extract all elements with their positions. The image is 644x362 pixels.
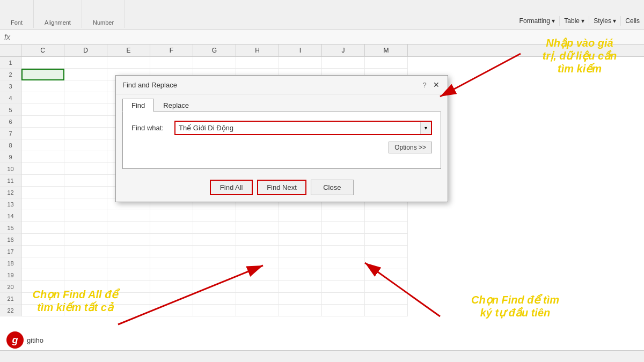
grid-cell[interactable] — [150, 246, 193, 257]
grid-cell[interactable] — [21, 128, 64, 139]
tab-find[interactable]: Find — [122, 99, 154, 112]
grid-cell[interactable] — [236, 222, 279, 234]
grid-cell[interactable] — [279, 257, 322, 269]
grid-cell[interactable] — [64, 293, 107, 305]
grid-cell[interactable] — [279, 234, 322, 246]
grid-cell[interactable] — [322, 57, 365, 69]
grid-cell[interactable] — [64, 139, 107, 151]
grid-cell[interactable] — [21, 269, 64, 281]
grid-cell[interactable] — [236, 210, 279, 222]
grid-cell[interactable] — [64, 187, 107, 198]
grid-cell[interactable] — [21, 104, 64, 116]
grid-cell[interactable] — [365, 57, 408, 69]
grid-cell[interactable] — [21, 187, 64, 198]
dialog-help-button[interactable]: ? — [420, 80, 429, 90]
grid-cell[interactable] — [21, 92, 64, 104]
grid-cell[interactable] — [64, 257, 107, 269]
grid-cell[interactable] — [279, 281, 322, 293]
grid-cell[interactable] — [21, 305, 64, 316]
grid-cell[interactable] — [322, 246, 365, 257]
grid-corner — [0, 45, 21, 56]
row-number: 21 — [0, 293, 21, 305]
grid-cell[interactable] — [107, 246, 150, 257]
styles-button[interactable]: Styles ▾ — [589, 16, 621, 26]
grid-cell[interactable] — [279, 222, 322, 234]
grid-cell[interactable] — [64, 80, 107, 92]
grid-cell[interactable] — [193, 234, 236, 246]
grid-cell[interactable] — [279, 293, 322, 305]
grid-cell[interactable] — [64, 246, 107, 257]
grid-cell[interactable] — [64, 69, 107, 80]
grid-cell[interactable] — [21, 257, 64, 269]
close-button[interactable]: Close — [311, 180, 354, 195]
grid-cell[interactable] — [150, 210, 193, 222]
grid-cell[interactable] — [64, 198, 107, 210]
grid-cell[interactable] — [365, 234, 408, 246]
grid-cell[interactable] — [279, 57, 322, 69]
grid-cell[interactable] — [236, 234, 279, 246]
col-header-j: J — [322, 45, 365, 56]
grid-cell[interactable] — [64, 269, 107, 281]
grid-cell[interactable] — [21, 80, 64, 92]
grid-cell[interactable] — [150, 222, 193, 234]
grid-cell[interactable] — [21, 198, 64, 210]
grid-cell[interactable] — [21, 234, 64, 246]
grid-cell[interactable] — [279, 269, 322, 281]
grid-cell[interactable] — [322, 222, 365, 234]
grid-cell[interactable] — [21, 151, 64, 163]
grid-cell[interactable] — [64, 222, 107, 234]
find-what-input[interactable] — [175, 122, 420, 134]
grid-cell[interactable] — [64, 104, 107, 116]
grid-cell[interactable] — [21, 163, 64, 175]
grid-cell[interactable] — [150, 234, 193, 246]
grid-cell[interactable] — [107, 222, 150, 234]
grid-cell[interactable] — [64, 210, 107, 222]
grid-cell[interactable] — [107, 234, 150, 246]
find-replace-dialog[interactable]: Find and Replace ? ✕ Find Replace Find w… — [115, 75, 448, 202]
grid-cell[interactable] — [322, 234, 365, 246]
grid-cell[interactable] — [107, 57, 150, 69]
grid-cell[interactable] — [21, 175, 64, 187]
grid-cell[interactable] — [279, 210, 322, 222]
options-button[interactable]: Options >> — [389, 142, 432, 153]
grid-cell-active[interactable] — [21, 69, 64, 80]
tab-replace[interactable]: Replace — [154, 99, 198, 112]
grid-cell[interactable] — [150, 57, 193, 69]
find-dropdown-button[interactable]: ▾ — [420, 122, 431, 134]
grid-cell[interactable] — [64, 128, 107, 139]
grid-cell[interactable] — [21, 139, 64, 151]
grid-cell[interactable] — [64, 92, 107, 104]
formatting-button[interactable]: Formatting ▾ — [515, 16, 560, 26]
grid-cell[interactable] — [64, 281, 107, 293]
grid-cell[interactable] — [365, 210, 408, 222]
grid-cell[interactable] — [21, 116, 64, 128]
grid-cell[interactable] — [279, 246, 322, 257]
grid-cell[interactable] — [193, 210, 236, 222]
grid-cell[interactable] — [64, 305, 107, 316]
grid-cell[interactable] — [107, 210, 150, 222]
grid-cell[interactable] — [21, 293, 64, 305]
grid-cell[interactable] — [21, 246, 64, 257]
grid-cell[interactable] — [21, 281, 64, 293]
grid-cell[interactable] — [64, 116, 107, 128]
grid-cell[interactable] — [365, 246, 408, 257]
grid-cell[interactable] — [365, 222, 408, 234]
grid-cell[interactable] — [193, 246, 236, 257]
grid-cell[interactable] — [236, 246, 279, 257]
grid-cell[interactable] — [64, 234, 107, 246]
table-button[interactable]: Table ▾ — [560, 16, 589, 26]
grid-cell[interactable] — [21, 222, 64, 234]
grid-cell[interactable] — [64, 163, 107, 175]
grid-cell[interactable] — [64, 151, 107, 163]
grid-cell[interactable] — [236, 57, 279, 69]
grid-cell[interactable] — [322, 210, 365, 222]
grid-cell[interactable] — [193, 57, 236, 69]
find-next-button[interactable]: Find Next — [257, 180, 306, 195]
grid-cell[interactable] — [279, 305, 322, 316]
grid-cell[interactable] — [21, 57, 64, 69]
grid-cell[interactable] — [64, 175, 107, 187]
grid-cell[interactable] — [64, 57, 107, 69]
grid-cell[interactable] — [21, 210, 64, 222]
grid-cell[interactable] — [193, 222, 236, 234]
find-all-button[interactable]: Find All — [210, 180, 253, 195]
